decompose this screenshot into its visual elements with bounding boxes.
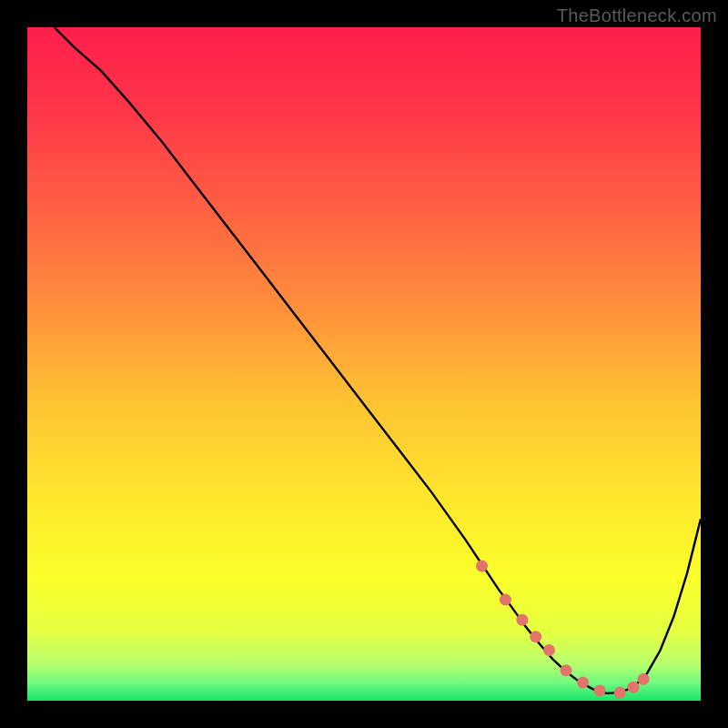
marker-dot — [500, 594, 511, 606]
marker-dot — [594, 684, 606, 696]
marker-dot — [561, 664, 572, 676]
marker-dot — [577, 677, 589, 689]
marker-dot — [543, 644, 555, 656]
marker-dot — [516, 614, 528, 626]
plot-svg — [27, 27, 701, 701]
marker-dot — [628, 682, 640, 693]
chart-frame: TheBottleneck.com — [0, 0, 728, 728]
marker-dot — [638, 673, 650, 685]
marker-dot — [530, 631, 541, 642]
gradient-background — [27, 27, 701, 701]
plot-area — [27, 27, 701, 701]
marker-dot — [476, 561, 488, 572]
watermark-label: TheBottleneck.com — [557, 5, 717, 26]
marker-dot — [614, 687, 626, 699]
